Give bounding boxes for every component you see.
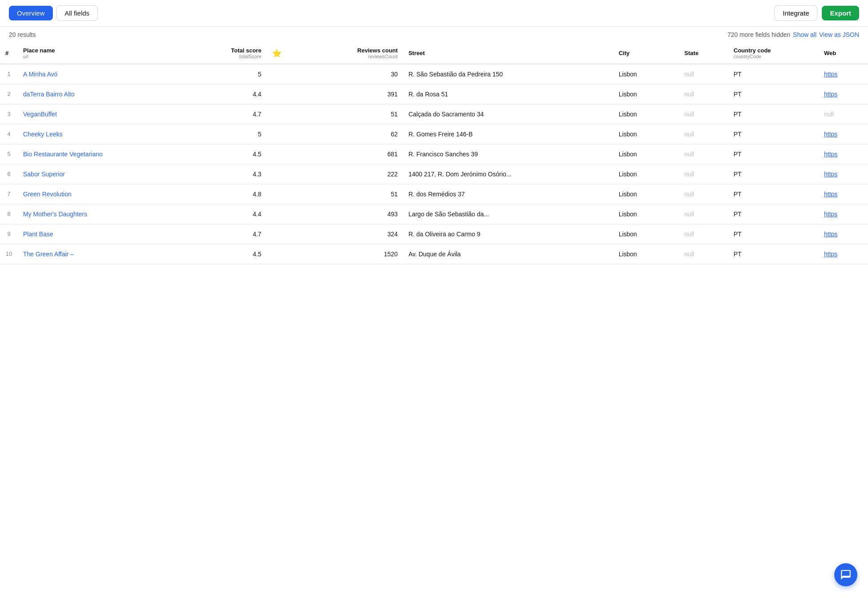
cell-reviews: 51	[304, 104, 403, 124]
cell-place-name: Plant Base	[18, 224, 184, 244]
place-name-link[interactable]: daTerra Bairro Alto	[23, 91, 75, 98]
table-row: 1 A Minha Avó 5 30 R. São Sebastião da P…	[0, 64, 868, 84]
cell-reviews: 222	[304, 164, 403, 184]
cell-street: Av. Duque de Ávila	[403, 244, 613, 264]
cell-place-name: My Mother's Daughters	[18, 204, 184, 224]
cell-star-empty	[267, 204, 304, 224]
col-header-score-sub: totalScore	[190, 54, 261, 59]
cell-reviews: 30	[304, 64, 403, 84]
cell-city: Lisbon	[613, 84, 679, 104]
place-name-link[interactable]: Green Revolution	[23, 191, 72, 198]
place-name-link[interactable]: Plant Base	[23, 231, 53, 238]
cell-web: https	[819, 144, 868, 164]
web-link[interactable]: https	[824, 151, 837, 158]
cell-state: null	[679, 204, 729, 224]
web-link[interactable]: https	[824, 171, 837, 178]
cell-city: Lisbon	[613, 124, 679, 144]
cell-score: 4.4	[184, 204, 267, 224]
web-link[interactable]: https	[824, 211, 837, 218]
table-row: 3 VeganBuffet 4.7 51 Calçada do Sacramen…	[0, 104, 868, 124]
cell-state: null	[679, 104, 729, 124]
cell-num: 5	[0, 144, 18, 164]
cell-num: 3	[0, 104, 18, 124]
web-link[interactable]: https	[824, 251, 837, 258]
place-name-link[interactable]: Cheeky Leeks	[23, 131, 63, 138]
integrate-button[interactable]: Integrate	[774, 5, 817, 21]
cell-state: null	[679, 244, 729, 264]
place-name-link[interactable]: Bio Restaurante Vegetariano	[23, 151, 103, 158]
cell-city: Lisbon	[613, 164, 679, 184]
cell-city: Lisbon	[613, 184, 679, 204]
cell-city: Lisbon	[613, 204, 679, 224]
place-name-link[interactable]: VeganBuffet	[23, 111, 57, 118]
cell-country: PT	[729, 224, 819, 244]
cell-score: 4.7	[184, 224, 267, 244]
cell-score: 5	[184, 124, 267, 144]
cell-reviews: 51	[304, 184, 403, 204]
cell-score: 4.8	[184, 184, 267, 204]
cell-score: 5	[184, 64, 267, 84]
table-row: 5 Bio Restaurante Vegetariano 4.5 681 R.…	[0, 144, 868, 164]
table-row: 7 Green Revolution 4.8 51 R. dos Remédio…	[0, 184, 868, 204]
col-header-place-sub: url	[23, 54, 179, 59]
table-row: 10 The Green Affair – 4.5 1520 Av. Duque…	[0, 244, 868, 264]
place-name-link[interactable]: A Minha Avó	[23, 71, 58, 78]
col-header-street: Street	[403, 43, 613, 64]
cell-country: PT	[729, 184, 819, 204]
web-link[interactable]: https	[824, 131, 837, 138]
cell-web: https	[819, 124, 868, 144]
results-table: # Place name url Total score totalScore …	[0, 43, 868, 264]
fields-hidden-info: 720 more fields hidden Show all View as …	[727, 31, 859, 38]
cell-num: 8	[0, 204, 18, 224]
cell-place-name: VeganBuffet	[18, 104, 184, 124]
cell-place-name: A Minha Avó	[18, 64, 184, 84]
show-all-link[interactable]: Show all	[793, 31, 816, 38]
table-row: 6 Sabor Superior 4.3 222 1400 217, R. Do…	[0, 164, 868, 184]
cell-place-name: Sabor Superior	[18, 164, 184, 184]
place-name-link[interactable]: Sabor Superior	[23, 171, 65, 178]
cell-web: https	[819, 184, 868, 204]
cell-state: null	[679, 64, 729, 84]
place-name-link[interactable]: The Green Affair –	[23, 251, 74, 258]
place-name-link[interactable]: My Mother's Daughters	[23, 211, 87, 218]
cell-street: R. Francisco Sanches 39	[403, 144, 613, 164]
cell-place-name: The Green Affair –	[18, 244, 184, 264]
cell-reviews: 62	[304, 124, 403, 144]
cell-street: R. Gomes Freire 146-B	[403, 124, 613, 144]
cell-num: 6	[0, 164, 18, 184]
cell-state: null	[679, 84, 729, 104]
view-as-json-link[interactable]: View as JSON	[819, 31, 859, 38]
col-header-num: #	[0, 43, 18, 64]
cell-star-empty	[267, 184, 304, 204]
web-link[interactable]: https	[824, 191, 837, 198]
cell-web: https	[819, 64, 868, 84]
cell-city: Lisbon	[613, 244, 679, 264]
web-link[interactable]: https	[824, 91, 837, 98]
web-link[interactable]: https	[824, 71, 837, 78]
hidden-fields-text: 720 more fields hidden	[727, 31, 790, 38]
cell-street: R. da Oliveira ao Carmo 9	[403, 224, 613, 244]
cell-street: R. da Rosa 51	[403, 84, 613, 104]
cell-num: 1	[0, 64, 18, 84]
table-row: 9 Plant Base 4.7 324 R. da Oliveira ao C…	[0, 224, 868, 244]
cell-place-name: Bio Restaurante Vegetariano	[18, 144, 184, 164]
web-link[interactable]: https	[824, 231, 837, 238]
cell-street: Largo de São Sebastião da...	[403, 204, 613, 224]
cell-num: 7	[0, 184, 18, 204]
cell-score: 4.3	[184, 164, 267, 184]
results-count: 20 results	[9, 31, 36, 38]
cell-score: 4.4	[184, 84, 267, 104]
cell-country: PT	[729, 144, 819, 164]
export-button[interactable]: Export	[822, 6, 859, 20]
table-row: 4 Cheeky Leeks 5 62 R. Gomes Freire 146-…	[0, 124, 868, 144]
tab-all-fields[interactable]: All fields	[56, 5, 98, 21]
cell-num: 2	[0, 84, 18, 104]
table-row: 8 My Mother's Daughters 4.4 493 Largo de…	[0, 204, 868, 224]
cell-country: PT	[729, 244, 819, 264]
cell-star-empty	[267, 144, 304, 164]
col-header-place-name: Place name url	[18, 43, 184, 64]
cell-place-name: Green Revolution	[18, 184, 184, 204]
cell-web: https	[819, 244, 868, 264]
cell-star-empty	[267, 104, 304, 124]
tab-overview[interactable]: Overview	[9, 6, 53, 20]
